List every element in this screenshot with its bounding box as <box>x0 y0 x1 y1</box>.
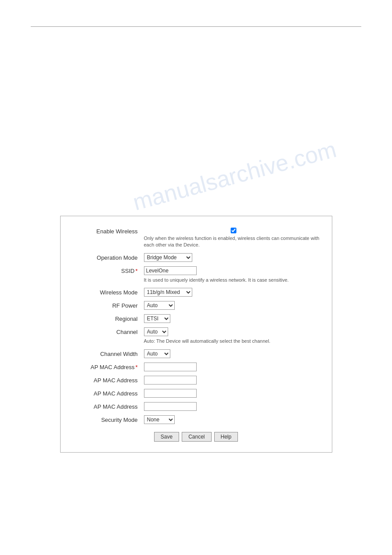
wireless-mode-label: Wireless Mode <box>69 288 144 296</box>
ap-mac-4-control <box>144 402 323 411</box>
channel-label: Channel <box>69 327 144 335</box>
regional-label: Regional <box>69 314 144 322</box>
ap-mac-2-label: AP MAC Address <box>69 376 144 384</box>
ap-mac-1-control <box>144 363 323 371</box>
ap-mac-3-control <box>144 389 323 398</box>
regional-row: Regional ETSI FCC MKK <box>69 314 323 323</box>
ap-mac-4-input[interactable] <box>144 402 197 411</box>
channel-control: Auto 1234 5678 910111213 Auto: The Devic… <box>144 327 323 345</box>
ssid-row: SSID* It is used to uniquely identify a … <box>69 266 323 283</box>
wireless-mode-select[interactable]: 11b/g/n Mixed 11b only 11g only 11n only <box>144 288 192 297</box>
buttons-row: Save Cancel Help <box>69 432 323 442</box>
ap-mac-3-label: AP MAC Address <box>69 389 144 397</box>
rf-power-control: Auto High Medium Low <box>144 301 323 310</box>
ssid-input[interactable] <box>144 266 197 275</box>
rf-power-row: RF Power Auto High Medium Low <box>69 301 323 310</box>
rf-power-select[interactable]: Auto High Medium Low <box>144 301 175 310</box>
channel-select[interactable]: Auto 1234 5678 910111213 <box>144 327 168 336</box>
enable-wireless-label: Enable Wireless <box>69 227 144 235</box>
ap-mac-2-row: AP MAC Address <box>69 376 323 385</box>
rf-power-label: RF Power <box>69 301 144 309</box>
ap-mac-4-row: AP MAC Address <box>69 402 323 411</box>
ap-mac-1-required: * <box>135 364 137 370</box>
channel-width-select[interactable]: Auto 20MHz 40MHz <box>144 349 170 358</box>
cancel-button[interactable]: Cancel <box>182 432 211 442</box>
regional-select[interactable]: ETSI FCC MKK <box>144 314 170 323</box>
ap-mac-1-input[interactable] <box>144 363 197 371</box>
security-mode-select[interactable]: None WEP WPA-PSK WPA2-PSK <box>144 415 175 424</box>
operation-mode-control: Bridge Mode AP Mode Client Mode <box>144 253 323 262</box>
enable-wireless-hint: Only when the wireless function is enabl… <box>144 235 323 249</box>
ap-mac-4-label: AP MAC Address <box>69 402 144 410</box>
wireless-mode-control: 11b/g/n Mixed 11b only 11g only 11n only <box>144 288 323 297</box>
enable-wireless-control: Only when the wireless function is enabl… <box>144 227 323 249</box>
top-divider <box>31 26 361 27</box>
operation-mode-select[interactable]: Bridge Mode AP Mode Client Mode <box>144 253 192 262</box>
operation-mode-row: Operation Mode Bridge Mode AP Mode Clien… <box>69 253 323 262</box>
ap-mac-1-row: AP MAC Address* <box>69 363 323 371</box>
enable-wireless-row: Enable Wireless Only when the wireless f… <box>69 227 323 249</box>
save-button[interactable]: Save <box>154 432 179 442</box>
ap-mac-2-control <box>144 376 323 385</box>
ap-mac-3-input[interactable] <box>144 389 197 398</box>
regional-control: ETSI FCC MKK <box>144 314 323 323</box>
channel-width-control: Auto 20MHz 40MHz <box>144 349 323 358</box>
security-mode-control: None WEP WPA-PSK WPA2-PSK <box>144 415 323 424</box>
operation-mode-label: Operation Mode <box>69 253 144 261</box>
enable-wireless-checkbox[interactable] <box>144 228 323 233</box>
wireless-mode-row: Wireless Mode 11b/g/n Mixed 11b only 11g… <box>69 288 323 297</box>
security-mode-row: Security Mode None WEP WPA-PSK WPA2-PSK <box>69 415 323 424</box>
channel-width-label: Channel Width <box>69 349 144 357</box>
ap-mac-3-row: AP MAC Address <box>69 389 323 398</box>
channel-hint: Auto: The Device will automatically sele… <box>144 338 323 345</box>
ssid-label: SSID* <box>69 266 144 274</box>
security-mode-label: Security Mode <box>69 415 144 423</box>
wireless-form: Enable Wireless Only when the wireless f… <box>60 216 332 453</box>
ssid-required: * <box>135 268 137 274</box>
ssid-control: It is used to uniquely identify a wirele… <box>144 266 323 283</box>
ap-mac-1-label: AP MAC Address* <box>69 363 144 370</box>
channel-width-row: Channel Width Auto 20MHz 40MHz <box>69 349 323 358</box>
help-button[interactable]: Help <box>214 432 238 442</box>
ap-mac-2-input[interactable] <box>144 376 197 385</box>
channel-row: Channel Auto 1234 5678 910111213 Auto: T… <box>69 327 323 345</box>
watermark: manualsarchive.com <box>130 136 339 215</box>
ssid-hint: It is used to uniquely identify a wirele… <box>144 277 323 283</box>
